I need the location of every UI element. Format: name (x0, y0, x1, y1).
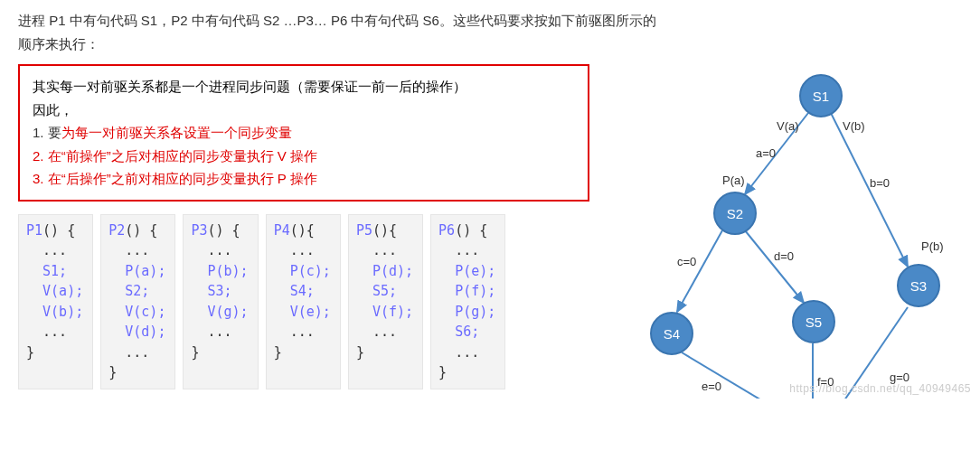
code-row: P1() { ... S1; V(a); V(b); ... } P2() { … (18, 214, 633, 389)
label-vb: V(b) (843, 119, 865, 133)
lead-line-1: 其实每一对前驱关系都是一个进程同步问题（需要保证一前一后的操作） (33, 75, 575, 98)
code-p3: P3() { ... P(b); S3; V(g); ... } (183, 214, 258, 389)
label-e0: e=0 (702, 380, 721, 393)
label-va: V(a) (777, 119, 799, 133)
svg-line-3 (745, 230, 804, 303)
node-s3: S3 (897, 264, 940, 307)
precedence-graph: S1 S2 S3 S4 S5 S6 V(a) V(b) a=0 b=0 P(a)… (636, 63, 962, 399)
rule-3: 3. 在“后操作”之前对相应的同步变量执行 P 操作 (33, 167, 575, 191)
label-d0: d=0 (774, 249, 794, 263)
code-p2: P2() { ... P(a); S2; V(c); V(d); ... } (100, 214, 175, 389)
node-s4: S4 (650, 312, 693, 355)
label-a0: a=0 (756, 146, 776, 160)
rule-2: 2. 在“前操作”之后对相应的同步变量执行 V 操作 (33, 145, 575, 168)
node-s5: S5 (792, 300, 835, 343)
label-b0: b=0 (870, 176, 890, 190)
lead-line-2: 因此， (33, 98, 575, 122)
watermark: https://blog.csdn.net/qq_40949465 (789, 382, 971, 395)
node-s1: S1 (799, 74, 843, 117)
rule-1: 1. 要为每一对前驱关系各设置一个同步变量 (33, 121, 575, 145)
svg-line-4 (682, 352, 795, 399)
code-p6: P6() { ... P(e); P(f); P(g); S6; ... } (430, 214, 505, 389)
svg-line-1 (831, 113, 908, 267)
intro-text: 进程 P1 中有句代码 S1，P2 中有句代码 S2 …P3… P6 中有句代码… (18, 9, 669, 55)
label-pa: P(a) (722, 174, 745, 187)
svg-line-2 (677, 230, 722, 312)
label-pb: P(b) (921, 239, 944, 253)
label-c0: c=0 (677, 255, 696, 268)
code-p4: P4(){ ... P(c); S4; V(e); ... } (266, 214, 341, 389)
node-s2: S2 (713, 192, 757, 235)
code-p5: P5(){ ... P(d); S5; V(f); ... } (348, 214, 423, 389)
explain-box: 其实每一对前驱关系都是一个进程同步问题（需要保证一前一后的操作） 因此， 1. … (18, 64, 589, 202)
code-p1: P1() { ... S1; V(a); V(b); ... } (18, 214, 93, 389)
